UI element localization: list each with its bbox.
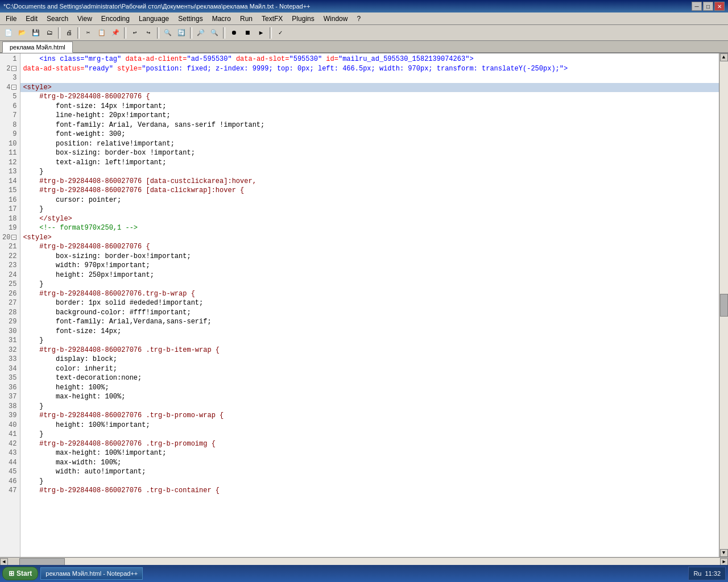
code-line-28[interactable]: background-color: #fff!important; [20, 308, 719, 318]
code-line-13[interactable]: } [20, 167, 719, 177]
menu-language[interactable]: Language [134, 14, 173, 24]
code-line-39[interactable]: #trg-b-29284408-860027076 .trg-b-promo-w… [20, 411, 719, 421]
code-line-30[interactable]: font-size: 14px; [20, 327, 719, 336]
code-line-47[interactable]: #trg-b-29284408-860027076 .trg-b-contain… [20, 486, 719, 496]
tb-print[interactable]: 🖨 [63, 27, 75, 39]
tb-saveall[interactable]: 🗂 [43, 27, 56, 39]
code-area[interactable]: <ins class="mrg-tag" data-ad-client="ad-… [20, 53, 719, 557]
start-button[interactable]: ⊞ Start [2, 567, 38, 580]
tb-open[interactable]: 📂 [16, 27, 28, 39]
collapse-btn-20[interactable]: − [11, 235, 16, 240]
code-line-12[interactable]: text-align: left!important; [20, 158, 719, 168]
tb-redo[interactable]: ↪ [142, 27, 155, 39]
code-line-11[interactable]: box-sizing: border-box !important; [20, 148, 719, 158]
code-line-1[interactable]: <ins class="mrg-tag" data-ad-client="ad-… [20, 55, 719, 64]
menu-textfx[interactable]: TextFX [257, 14, 287, 24]
line-num-34: 34 [2, 364, 18, 374]
code-line-41[interactable]: } [20, 430, 719, 439]
menu-window[interactable]: Window [319, 14, 353, 24]
code-line-16[interactable]: cursor: pointer; [20, 196, 719, 205]
code-line-4[interactable]: <style> [20, 83, 719, 93]
tb-syntax-check[interactable]: ✓ [274, 27, 287, 39]
code-line-18[interactable]: </style> [20, 214, 719, 224]
code-line-25[interactable]: } [20, 280, 719, 289]
code-line-26[interactable]: #trg-b-29284408-860027076.trg-b-wrap { [20, 289, 719, 299]
code-line-6[interactable]: font-size: 14px !important; [20, 102, 719, 111]
close-button[interactable]: ✕ [714, 2, 725, 11]
code-line-27[interactable]: border: 1px solid #ededed!important; [20, 298, 719, 308]
code-line-34[interactable]: color: inherit; [20, 364, 719, 374]
toolbar-sep-2 [77, 27, 80, 39]
minimize-button[interactable]: ─ [692, 2, 702, 11]
menu-encoding[interactable]: Encoding [97, 14, 134, 24]
code-line-33[interactable]: display: block; [20, 355, 719, 364]
code-line-32[interactable]: #trg-b-29284408-860027076 .trg-b-item-wr… [20, 346, 719, 355]
code-line-7[interactable]: line-height: 20px!important; [20, 111, 719, 120]
tb-zoom-out[interactable]: 🔍 [208, 27, 221, 39]
menu-help[interactable]: ? [352, 14, 365, 24]
scroll-up-btn[interactable]: ▲ [720, 53, 728, 61]
code-line-38[interactable]: } [20, 402, 719, 411]
scroll-thumb[interactable] [720, 294, 728, 317]
tb-paste[interactable]: 📌 [109, 27, 122, 39]
code-line-43[interactable]: max-height: 100%!important; [20, 448, 719, 458]
code-line-22[interactable]: box-sizing: border-box!important; [20, 252, 719, 261]
taskbar: ⊞ Start реклама Мэйл.html - Notepad++ Ru… [0, 565, 728, 582]
code-line-10[interactable]: position: relative!important; [20, 139, 719, 149]
menu-search[interactable]: Search [42, 14, 73, 24]
code-line-23[interactable]: width: 970px!important; [20, 261, 719, 271]
code-line-29[interactable]: font-family: Arial,Verdana,sans-serif; [20, 317, 719, 327]
code-line-15[interactable]: #trg-b-29284408-860027076 [data-clickwra… [20, 186, 719, 196]
menu-run[interactable]: Run [235, 14, 257, 24]
menu-plugins[interactable]: Plugins [287, 14, 318, 24]
menu-settings[interactable]: Settings [173, 14, 207, 24]
menu-file[interactable]: File [1, 14, 21, 24]
line-num-45: 45 [2, 467, 18, 477]
scroll-down-btn[interactable]: ▼ [720, 549, 728, 557]
code-line-14[interactable]: #trg-b-29284408-860027076 [data-custclic… [20, 177, 719, 186]
line-num-30: 30 [2, 327, 18, 336]
taskbar-item-0[interactable]: реклама Мэйл.html - Notepad++ [40, 567, 143, 580]
code-line-8[interactable]: font-family: Arial, Verdana, sans-serif … [20, 120, 719, 130]
tb-macro-stop[interactable]: ⏹ [241, 27, 254, 39]
tb-find[interactable]: 🔍 [162, 27, 174, 39]
tb-zoom-in[interactable]: 🔎 [195, 27, 207, 39]
menu-view[interactable]: View [73, 14, 97, 24]
code-line-19[interactable]: <!-- format970x250,1 --> [20, 223, 719, 233]
tb-macro-play[interactable]: ▶ [255, 27, 267, 39]
code-line-20[interactable]: <style> [20, 233, 719, 243]
code-line-42[interactable]: #trg-b-29284408-860027076 .trg-b-promoim… [20, 439, 719, 449]
tb-cut[interactable]: ✂ [82, 27, 94, 39]
scrollbar-vertical[interactable]: ▲ ▼ [719, 53, 728, 557]
code-line-37[interactable]: max-height: 100%; [20, 392, 719, 402]
code-line-46[interactable]: } [20, 477, 719, 487]
code-line-17[interactable]: } [20, 205, 719, 214]
code-line-40[interactable]: height: 100%!important; [20, 421, 719, 430]
tb-save[interactable]: 💾 [30, 27, 42, 39]
code-line-5[interactable]: #trg-b-29284408-860027076 { [20, 92, 719, 102]
code-line-3[interactable] [20, 73, 719, 83]
code-line-24[interactable]: height: 250px!important; [20, 271, 719, 280]
line-num-23: 23 [2, 261, 18, 271]
code-line-44[interactable]: max-width: 100%; [20, 458, 719, 468]
code-line-9[interactable]: font-weight: 300; [20, 130, 719, 139]
code-line-36[interactable]: height: 100%; [20, 383, 719, 393]
code-line-21[interactable]: #trg-b-29284408-860027076 { [20, 242, 719, 252]
code-line-2[interactable]: data-ad-status="ready" style="position: … [20, 64, 719, 74]
tab-file[interactable]: реклама Мэйл.html [2, 41, 73, 53]
tb-new[interactable]: 📄 [2, 27, 15, 39]
code-line-31[interactable]: } [20, 336, 719, 346]
menu-macro[interactable]: Macro [208, 14, 235, 24]
maximize-button[interactable]: □ [703, 2, 713, 11]
tb-undo[interactable]: ↩ [129, 27, 141, 39]
tb-macro-rec[interactable]: ⏺ [228, 27, 240, 39]
collapse-btn-2[interactable]: − [11, 66, 16, 71]
tb-copy[interactable]: 📋 [96, 27, 108, 39]
code-line-45[interactable]: width: auto!important; [20, 467, 719, 477]
line-num-7: 7 [2, 111, 18, 120]
collapse-btn-4[interactable]: − [11, 85, 16, 90]
tb-replace[interactable]: 🔄 [175, 27, 188, 39]
line-num-40: 40 [2, 421, 18, 430]
code-line-35[interactable]: text-decoration:none; [20, 373, 719, 383]
menu-edit[interactable]: Edit [21, 14, 42, 24]
